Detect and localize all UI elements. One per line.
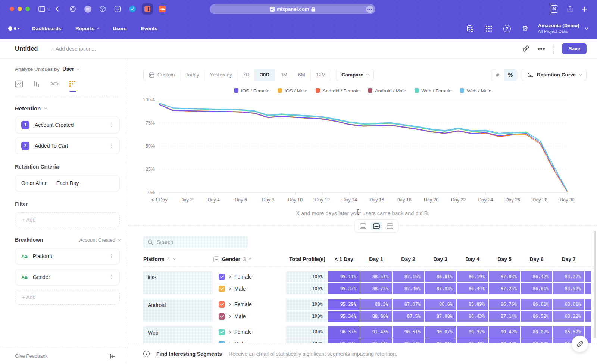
retention-value-cell[interactable]: 87.08% — [425, 311, 456, 322]
retention-value-cell[interactable]: 83.22% — [553, 311, 584, 322]
nav-item-users[interactable]: Users — [113, 26, 127, 31]
nav-item-dashboards[interactable]: Dashboards — [32, 26, 61, 31]
report-title[interactable]: Untitled — [15, 45, 38, 52]
table-search-input[interactable]: Search — [143, 236, 248, 248]
view-chart-only-button[interactable] — [357, 222, 369, 230]
nav-item-events[interactable]: Events — [141, 26, 157, 31]
retention-value-cell[interactable]: 90.51% — [393, 326, 424, 338]
notion-extension-icon[interactable]: N — [551, 5, 558, 13]
browser-tab-avatar-icon[interactable]: m — [82, 3, 93, 15]
criteria-interval[interactable]: Each Day — [56, 180, 79, 186]
analyze-entity-dropdown[interactable]: User — [62, 66, 78, 72]
series-checkbox[interactable] — [219, 329, 225, 335]
retention-value-cell[interactable]: 89.37% — [457, 326, 488, 338]
legend-item[interactable]: Web / Male — [460, 88, 491, 94]
column-platform[interactable]: Platform4 — [143, 256, 213, 262]
column-day[interactable]: Day 5 — [489, 256, 520, 262]
gender-select-all-checkbox[interactable]: – — [213, 256, 219, 262]
retention-value-cell[interactable]: 95.11% — [328, 271, 360, 282]
retention-criteria-card[interactable]: On or After Each Day — [15, 175, 120, 191]
column-total-profiles[interactable]: Total Profile(s) — [286, 256, 328, 262]
column-day[interactable]: < 1 Day — [328, 256, 360, 262]
unit-percent-button[interactable]: % — [504, 69, 517, 81]
range-button-12m[interactable]: 12M — [311, 69, 331, 81]
legend-item[interactable]: iOS / Male — [278, 88, 307, 94]
nav-item-reports[interactable]: Reports — [75, 26, 99, 31]
retention-value-cell[interactable]: 88.73% — [360, 283, 392, 294]
breakdown-item-gender[interactable]: Aa Gender ⋮ — [15, 269, 120, 285]
retention-value-cell[interactable]: 86.44% — [457, 283, 488, 294]
retention-value-cell[interactable]: 86.19% — [457, 271, 488, 282]
platform-cell[interactable]: iOS — [143, 271, 213, 294]
tab-retention-icon[interactable] — [69, 80, 77, 91]
vertical-scrollbar[interactable] — [594, 231, 596, 338]
retention-value-cell[interactable]: 88.07% — [521, 326, 552, 338]
collapse-sidebar-icon[interactable] — [110, 354, 115, 359]
retention-section-title[interactable]: Retention — [15, 105, 41, 112]
expand-row-icon[interactable] — [228, 303, 231, 305]
expand-row-icon[interactable] — [228, 315, 231, 317]
browser-tab-soundcloud-icon[interactable] — [157, 3, 168, 15]
retention-value-cell[interactable]: 86.43% — [457, 311, 488, 322]
retention-value-cell[interactable]: 87.25% — [489, 283, 520, 294]
legend-item[interactable]: Android / Male — [368, 88, 406, 94]
column-gender[interactable]: – Gender3 — [213, 256, 285, 262]
expand-row-icon[interactable] — [228, 275, 231, 278]
series-checkbox[interactable] — [219, 274, 225, 280]
breakdown-item-platform[interactable]: Aa Platform ⋮ — [15, 248, 120, 264]
browser-tab-ring-icon[interactable] — [67, 3, 78, 15]
platform-cell[interactable]: Android — [143, 299, 213, 322]
column-day[interactable]: Day 6 — [521, 256, 552, 262]
compare-button[interactable]: Compare — [336, 69, 374, 81]
url-more-button[interactable]: ••• — [366, 6, 373, 13]
range-button-3m[interactable]: 3M — [275, 69, 293, 81]
retention-value-cell[interactable]: 86.81% — [425, 271, 456, 282]
retention-value-cell[interactable]: 83.52% — [553, 283, 584, 294]
gender-cell-male[interactable]: Male — [213, 311, 285, 322]
column-day[interactable]: Day 3 — [425, 256, 456, 262]
help-icon[interactable]: ? — [503, 25, 511, 32]
gender-cell-female[interactable]: Female — [213, 299, 285, 310]
tab-insights-icon[interactable] — [15, 80, 23, 91]
new-tab-plus-icon[interactable] — [582, 6, 587, 12]
view-table-only-button[interactable] — [384, 222, 396, 230]
range-button-custom[interactable]: Custom — [144, 69, 181, 81]
browser-tab-cube-icon[interactable] — [97, 3, 108, 15]
series-checkbox[interactable] — [219, 313, 225, 320]
breakdown-scope-dropdown[interactable]: Account Created — [79, 237, 120, 243]
retention-value-cell[interactable]: 87.07% — [393, 299, 424, 310]
project-switcher[interactable]: Amazonia {Demo} All Project Data — [538, 23, 579, 34]
legend-item[interactable]: iOS / Female — [234, 88, 269, 94]
retention-value-cell[interactable]: 86.01% — [521, 299, 552, 310]
retention-value-cell[interactable]: 95.34% — [328, 311, 360, 322]
kebab-menu-icon[interactable]: ⋮ — [109, 123, 114, 126]
range-button-7d[interactable]: 7D — [238, 69, 255, 81]
retention-value-cell[interactable]: 96.37% — [328, 326, 360, 338]
retention-value-cell[interactable]: 95.37% — [328, 283, 360, 294]
retention-step-1[interactable]: 1 Account Created ⋮ — [15, 117, 120, 133]
retention-value-cell[interactable]: 86.42% — [521, 271, 552, 282]
retention-value-cell[interactable]: 90.07% — [425, 326, 456, 338]
range-button-30d[interactable]: 30D — [255, 69, 275, 81]
retention-value-cell[interactable]: 87.14% — [489, 311, 520, 322]
kebab-menu-icon[interactable]: ⋮ — [109, 144, 114, 147]
retention-value-cell[interactable]: 85.89% — [457, 299, 488, 310]
retention-value-cell[interactable]: 88.51% — [360, 271, 392, 282]
save-button[interactable]: Save — [562, 43, 587, 54]
share-link-fab[interactable] — [572, 336, 588, 352]
column-day[interactable]: Day 1 — [360, 256, 392, 262]
retention-value-cell[interactable]: 87.5% — [393, 311, 424, 322]
range-button-today[interactable]: Today — [181, 69, 205, 81]
criteria-mode[interactable]: On or After — [21, 180, 47, 186]
expand-row-icon[interactable] — [228, 287, 231, 290]
retention-value-cell[interactable]: 89.42% — [489, 326, 520, 338]
url-bar[interactable]: mixpanel.com ••• — [210, 4, 375, 14]
share-icon[interactable] — [567, 6, 573, 12]
series-checkbox[interactable] — [219, 286, 225, 292]
view-split-button[interactable] — [371, 222, 382, 230]
retention-value-cell[interactable]: 87.46% — [393, 283, 424, 294]
retention-value-cell[interactable]: 86.6% — [425, 299, 456, 310]
legend-item[interactable]: Android / Female — [316, 88, 360, 94]
browser-tab-active-mixpanel[interactable] — [142, 3, 153, 15]
retention-value-cell[interactable]: 83.27% — [553, 271, 584, 282]
